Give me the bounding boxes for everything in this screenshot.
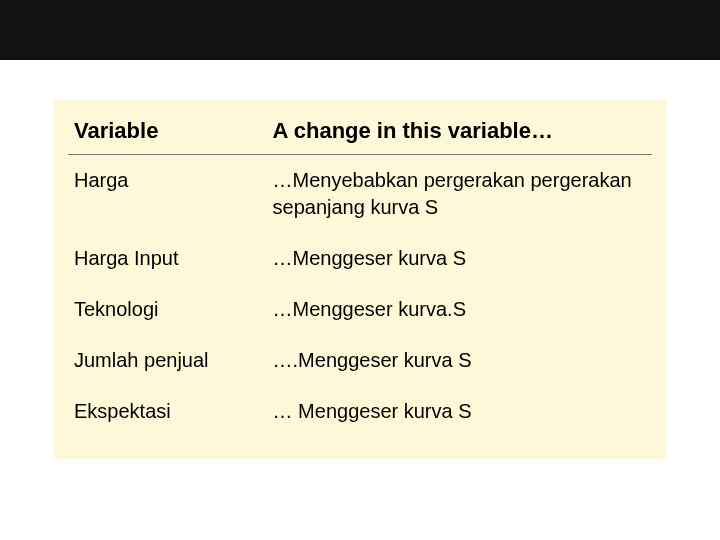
cell-effect: …Menyebabkan pergerakan pergerakan sepan…	[267, 155, 652, 234]
content-panel: Variable A change in this variable… Harg…	[54, 100, 666, 459]
table-row: Harga …Menyebabkan pergerakan pergerakan…	[68, 155, 652, 234]
table-row: Jumlah penjual ….Menggeser kurva S	[68, 335, 652, 386]
cell-variable: Teknologi	[68, 284, 267, 335]
cell-variable: Jumlah penjual	[68, 335, 267, 386]
cell-effect: … Menggeser kurva S	[267, 386, 652, 437]
col-header-change: A change in this variable…	[267, 112, 652, 155]
cell-effect: …Menggeser kurva.S	[267, 284, 652, 335]
table-row: Teknologi …Menggeser kurva.S	[68, 284, 652, 335]
cell-effect: ….Menggeser kurva S	[267, 335, 652, 386]
table-row: Ekspektasi … Menggeser kurva S	[68, 386, 652, 437]
table-row: Harga Input …Menggeser kurva S	[68, 233, 652, 284]
variable-table: Variable A change in this variable… Harg…	[68, 112, 652, 437]
table-header-row: Variable A change in this variable…	[68, 112, 652, 155]
cell-effect: …Menggeser kurva S	[267, 233, 652, 284]
cell-variable: Harga	[68, 155, 267, 234]
title-bar	[0, 0, 720, 60]
cell-variable: Ekspektasi	[68, 386, 267, 437]
slide: Variable A change in this variable… Harg…	[0, 0, 720, 540]
col-header-variable: Variable	[68, 112, 267, 155]
cell-variable: Harga Input	[68, 233, 267, 284]
